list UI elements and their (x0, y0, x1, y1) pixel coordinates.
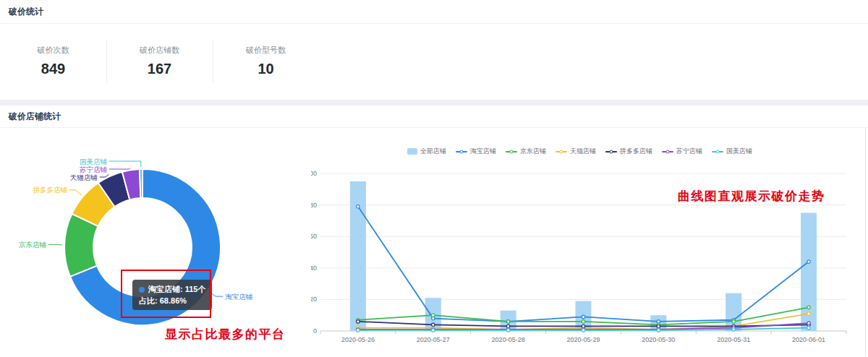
legend-item-京东店铺[interactable]: 京东店铺 (506, 147, 546, 156)
legend-line-swatch-icon (712, 151, 723, 152)
x-axis-tick-label: 2020-05-26 (341, 336, 375, 343)
legend-dot-icon (460, 150, 464, 153)
legend-dot-icon (666, 150, 670, 153)
legend-item-拼多多店铺[interactable]: 拼多多店铺 (605, 147, 652, 156)
data-point-淘宝店铺[interactable] (807, 260, 810, 263)
stats-row: 破价次数849破价店铺数167破价型号数10 (0, 24, 868, 77)
legend-label: 全部店铺 (420, 147, 446, 156)
y-axis-tick-label: 80 (311, 202, 317, 209)
data-point-天猫店铺[interactable] (807, 312, 810, 315)
data-point-拼多多店铺[interactable] (432, 323, 435, 326)
legend-label: 国美店铺 (726, 147, 752, 156)
stat-label: 破价次数 (0, 45, 106, 56)
data-point-国美店铺[interactable] (657, 329, 660, 332)
data-point-京东店铺[interactable] (807, 306, 810, 309)
legend-label: 天猫店铺 (570, 147, 596, 156)
data-point-国美店铺[interactable] (732, 328, 735, 331)
legend-dot-icon (610, 150, 613, 153)
annotation-donut-note: 显示占比最多的平台 (165, 326, 286, 343)
bar-2020-05-26[interactable] (350, 181, 366, 331)
data-point-拼多多店铺[interactable] (657, 324, 660, 327)
legend-dot-icon (510, 150, 514, 153)
legend-item-淘宝店铺[interactable]: 淘宝店铺 (456, 147, 496, 156)
stats-card-title: 破价统计 (9, 6, 43, 18)
legend-line-swatch-icon (605, 151, 617, 152)
data-point-淘宝店铺[interactable] (657, 320, 660, 323)
legend-line-swatch-icon (556, 151, 567, 152)
stat-item: 破价次数849 (0, 45, 106, 77)
data-point-苏宁店铺[interactable] (807, 322, 810, 324)
shops-card-header: 破价店铺统计 (0, 106, 868, 128)
card-right-edge-line (865, 128, 866, 356)
data-point-京东店铺[interactable] (582, 320, 584, 323)
data-point-拼多多店铺[interactable] (357, 320, 359, 323)
legend-label: 京东店铺 (520, 147, 546, 156)
annotation-highlight-rect (121, 270, 211, 318)
data-point-国美店铺[interactable] (506, 329, 509, 332)
donut-label: 拼多多店铺 (33, 186, 68, 194)
legend-dot-icon (560, 150, 563, 153)
legend-item-全部店铺[interactable]: 全部店铺 (407, 147, 446, 156)
donut-label-line (109, 168, 130, 169)
data-point-淘宝店铺[interactable] (357, 205, 359, 208)
y-axis-tick-label: 60 (311, 233, 317, 240)
legend-line-swatch-icon (662, 151, 673, 152)
legend-label: 拼多多店铺 (620, 147, 652, 156)
data-point-淘宝店铺[interactable] (582, 315, 584, 318)
legend-line-swatch-icon (506, 151, 517, 152)
trend-chart-legend: 全部店铺淘宝店铺京东店铺天猫店铺拼多多店铺苏宁店铺国美店铺 (407, 147, 752, 156)
chart-body: 国美店铺苏宁店铺天猫店铺拼多多店铺京东店铺淘宝店铺 淘宝店铺: 115个 占比:… (0, 128, 868, 356)
legend-bar-swatch-icon (407, 148, 417, 155)
stats-card-header: 破价统计 (0, 0, 868, 24)
legend-item-苏宁店铺[interactable]: 苏宁店铺 (662, 147, 702, 156)
data-point-国美店铺[interactable] (582, 329, 584, 332)
stat-item: 破价店铺数167 (106, 45, 213, 77)
y-axis-tick-label: 0 (313, 327, 317, 335)
legend-item-天猫店铺[interactable]: 天猫店铺 (556, 147, 596, 156)
donut-slice-国美店铺[interactable] (140, 169, 142, 198)
stat-value: 167 (106, 61, 213, 77)
legend-label: 淘宝店铺 (470, 147, 496, 156)
price-break-shops-card: 破价店铺统计 国美店铺苏宁店铺天猫店铺拼多多店铺京东店铺淘宝店铺 淘宝店铺: 1… (0, 106, 868, 357)
price-break-stats-card: 破价统计 破价次数849破价店铺数167破价型号数10 (0, 0, 868, 100)
x-axis-tick-label: 2020-05-31 (717, 336, 750, 343)
data-point-国美店铺[interactable] (357, 329, 359, 332)
donut-label-line (69, 190, 81, 195)
data-point-国美店铺[interactable] (432, 329, 435, 332)
legend-item-国美店铺[interactable]: 国美店铺 (712, 147, 752, 156)
x-axis-tick-label: 2020-05-28 (492, 336, 525, 343)
shops-card-title: 破价店铺统计 (9, 111, 61, 123)
stat-value: 849 (0, 61, 106, 77)
data-point-国美店铺[interactable] (807, 326, 810, 329)
data-point-淘宝店铺[interactable] (432, 317, 435, 319)
donut-label: 淘宝店铺 (224, 293, 253, 301)
x-axis-tick-label: 2020-06-01 (792, 336, 825, 343)
y-axis-tick-label: 100 (311, 170, 317, 177)
stat-value: 10 (213, 61, 319, 77)
data-point-京东店铺[interactable] (432, 314, 435, 317)
stat-item: 破价型号数10 (213, 45, 319, 77)
x-axis-tick-label: 2020-05-30 (642, 336, 675, 343)
x-axis-tick-label: 2020-05-29 (566, 336, 600, 343)
donut-label: 天猫店铺 (70, 173, 98, 181)
donut-label: 苏宁店铺 (79, 165, 108, 173)
data-point-京东店铺[interactable] (506, 320, 509, 323)
annotation-trend-note: 曲线图直观展示破价走势 (678, 188, 825, 205)
y-axis-tick-label: 40 (311, 264, 317, 272)
x-axis-tick-label: 2020-05-27 (417, 336, 450, 343)
stat-label: 破价型号数 (213, 45, 319, 56)
legend-label: 苏宁店铺 (676, 147, 702, 156)
data-point-拼多多店铺[interactable] (582, 324, 584, 327)
y-axis-tick-label: 20 (311, 296, 317, 303)
data-point-拼多多店铺[interactable] (506, 324, 509, 327)
stat-label: 破价店铺数 (106, 45, 213, 56)
donut-label: 国美店铺 (80, 158, 108, 165)
legend-line-swatch-icon (456, 151, 467, 152)
data-point-京东店铺[interactable] (732, 320, 735, 323)
donut-label: 京东店铺 (19, 241, 47, 249)
legend-dot-icon (716, 150, 720, 153)
donut-label-line (109, 161, 141, 167)
